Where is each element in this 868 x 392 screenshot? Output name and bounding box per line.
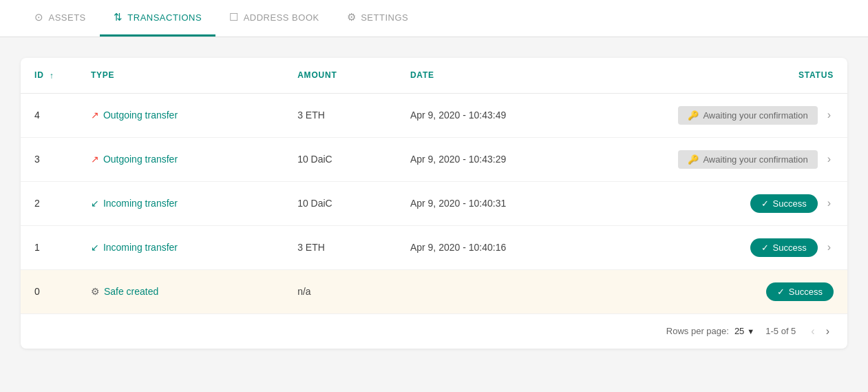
rows-per-page: Rows per page: 25 ▼ bbox=[666, 326, 754, 336]
table-row[interactable]: 0⚙Safe createdn/a ✓ Success bbox=[21, 269, 847, 313]
cell-id: 1 bbox=[21, 225, 77, 269]
badge-label: Success bbox=[773, 198, 807, 209]
rows-per-page-label: Rows per page: bbox=[666, 326, 729, 336]
badge-label: Success bbox=[789, 287, 823, 297]
transactions-table-card: ID ↑ TYPE AMOUNT DATE STAT bbox=[21, 58, 847, 349]
outgoing-icon: ↗ bbox=[91, 110, 99, 121]
check-icon: ✓ bbox=[761, 243, 769, 253]
tab-assets-label: ASSETS bbox=[49, 12, 86, 23]
rows-per-page-select[interactable]: 25 ▼ bbox=[734, 326, 754, 336]
nav-tabs: ⊙ ASSETS ⇅ TRANSACTIONS ☐ ADDRESS BOOK ⚙… bbox=[0, 0, 868, 37]
tab-transactions[interactable]: ⇅ TRANSACTIONS bbox=[100, 0, 215, 37]
cell-status: 🔑 Awaiting your confirmation › bbox=[603, 93, 847, 137]
check-icon: ✓ bbox=[761, 198, 769, 209]
rows-per-page-value: 25 bbox=[734, 326, 744, 336]
incoming-icon: ↙ bbox=[91, 242, 99, 253]
check-icon: ✓ bbox=[777, 287, 785, 297]
page-nav: ‹ › bbox=[807, 324, 834, 339]
cell-status: ✓ Success › bbox=[603, 225, 847, 269]
tab-settings-label: SETTINGS bbox=[361, 12, 408, 23]
cell-type: ↗Outgoing transfer bbox=[77, 93, 284, 137]
cell-date bbox=[396, 269, 603, 313]
cell-date: Apr 9, 2020 - 10:43:29 bbox=[396, 137, 603, 181]
cell-id: 4 bbox=[21, 93, 77, 137]
cell-id: 0 bbox=[21, 269, 77, 313]
table-row[interactable]: 1↙Incoming transfer3 ETHApr 9, 2020 - 10… bbox=[21, 225, 847, 269]
cell-id: 2 bbox=[21, 181, 77, 225]
badge-label: Awaiting your confirmation bbox=[703, 154, 807, 165]
cell-amount: 10 DaiC bbox=[284, 137, 396, 181]
tab-address-book-label: ADDRESS BOOK bbox=[244, 12, 319, 23]
next-page-button[interactable]: › bbox=[822, 324, 834, 339]
col-header-status: STATUS bbox=[603, 58, 847, 93]
expand-button[interactable]: › bbox=[825, 240, 834, 255]
assets-icon: ⊙ bbox=[34, 11, 44, 23]
key-icon: 🔑 bbox=[688, 154, 699, 165]
key-icon: 🔑 bbox=[688, 110, 699, 121]
col-header-type: TYPE bbox=[77, 58, 284, 93]
page-info: 1-5 of 5 bbox=[765, 326, 796, 336]
table-row[interactable]: 3↗Outgoing transfer10 DaiCApr 9, 2020 - … bbox=[21, 137, 847, 181]
tab-transactions-label: TRANSACTIONS bbox=[127, 12, 202, 23]
safe-created-icon: ⚙ bbox=[91, 286, 100, 297]
status-badge-awaiting: 🔑 Awaiting your confirmation bbox=[678, 106, 817, 125]
cell-type: ↙Incoming transfer bbox=[77, 181, 284, 225]
col-header-date: DATE bbox=[396, 58, 603, 93]
tab-address-book[interactable]: ☐ ADDRESS BOOK bbox=[215, 0, 333, 37]
table-row[interactable]: 4↗Outgoing transfer3 ETHApr 9, 2020 - 10… bbox=[21, 93, 847, 137]
settings-icon: ⚙ bbox=[347, 11, 357, 23]
tab-assets[interactable]: ⊙ ASSETS bbox=[21, 0, 100, 37]
pagination-row: Rows per page: 25 ▼ 1-5 of 5 ‹ › bbox=[21, 313, 847, 349]
col-header-amount: AMOUNT bbox=[284, 58, 396, 93]
cell-type: ⚙Safe created bbox=[77, 269, 284, 313]
cell-status: ✓ Success bbox=[603, 269, 847, 313]
cell-type: ↗Outgoing transfer bbox=[77, 137, 284, 181]
incoming-icon: ↙ bbox=[91, 198, 99, 209]
cell-date: Apr 9, 2020 - 10:40:16 bbox=[396, 225, 603, 269]
cell-amount: n/a bbox=[284, 269, 396, 313]
outgoing-icon: ↗ bbox=[91, 154, 99, 165]
table-header-row: ID ↑ TYPE AMOUNT DATE STAT bbox=[21, 58, 847, 93]
badge-label: Awaiting your confirmation bbox=[703, 110, 807, 121]
col-header-id[interactable]: ID ↑ bbox=[21, 58, 77, 93]
cell-amount: 10 DaiC bbox=[284, 181, 396, 225]
cell-date: Apr 9, 2020 - 10:40:31 bbox=[396, 181, 603, 225]
expand-button[interactable]: › bbox=[825, 152, 834, 167]
transactions-icon: ⇅ bbox=[114, 11, 123, 23]
status-badge-success: ✓ Success bbox=[750, 194, 818, 213]
table-row[interactable]: 2↙Incoming transfer10 DaiCApr 9, 2020 - … bbox=[21, 181, 847, 225]
cell-date: Apr 9, 2020 - 10:43:49 bbox=[396, 93, 603, 137]
cell-amount: 3 ETH bbox=[284, 93, 396, 137]
main-content: ID ↑ TYPE AMOUNT DATE STAT bbox=[0, 37, 868, 392]
app-container: ⊙ ASSETS ⇅ TRANSACTIONS ☐ ADDRESS BOOK ⚙… bbox=[0, 0, 868, 392]
status-badge-success: ✓ Success bbox=[750, 238, 818, 257]
status-badge-success: ✓ Success bbox=[766, 282, 834, 301]
status-badge-awaiting: 🔑 Awaiting your confirmation bbox=[678, 150, 817, 169]
cell-amount: 3 ETH bbox=[284, 225, 396, 269]
badge-label: Success bbox=[773, 243, 807, 253]
cell-status: ✓ Success › bbox=[603, 181, 847, 225]
sort-icon: ↑ bbox=[50, 71, 54, 81]
prev-page-button[interactable]: ‹ bbox=[807, 324, 818, 339]
expand-button[interactable]: › bbox=[825, 196, 834, 211]
tab-settings[interactable]: ⚙ SETTINGS bbox=[333, 0, 423, 37]
expand-button[interactable]: › bbox=[825, 107, 834, 123]
transactions-table: ID ↑ TYPE AMOUNT DATE STAT bbox=[21, 58, 847, 313]
cell-id: 3 bbox=[21, 137, 77, 181]
cell-status: 🔑 Awaiting your confirmation › bbox=[603, 137, 847, 181]
address-book-icon: ☐ bbox=[229, 11, 239, 23]
rows-select-chevron: ▼ bbox=[747, 327, 754, 336]
cell-type: ↙Incoming transfer bbox=[77, 225, 284, 269]
